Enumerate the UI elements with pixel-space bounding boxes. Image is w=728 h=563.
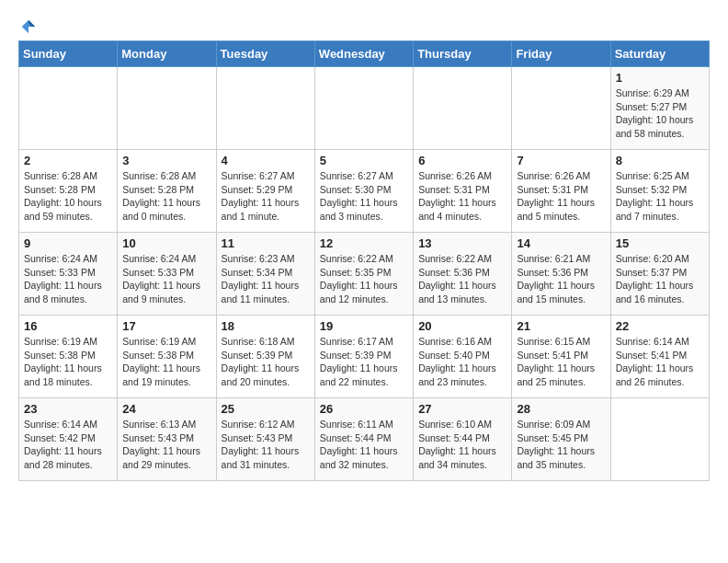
day-number: 22: [616, 319, 704, 333]
day-number: 5: [320, 154, 408, 167]
day-info: Sunrise: 6:27 AM Sunset: 5:29 PM Dayligh…: [222, 169, 310, 224]
day-number: 15: [616, 236, 704, 250]
day-number: 16: [24, 319, 112, 333]
day-cell: [314, 67, 413, 150]
day-number: 21: [517, 319, 605, 333]
day-info: Sunrise: 6:29 AM Sunset: 5:27 PM Dayligh…: [616, 86, 704, 141]
day-info: Sunrise: 6:15 AM Sunset: 5:41 PM Dayligh…: [517, 335, 605, 389]
day-cell: [19, 67, 118, 150]
calendar-table: SundayMondayTuesdayWednesdayThursdayFrid…: [18, 40, 710, 481]
day-info: Sunrise: 6:14 AM Sunset: 5:42 PM Dayligh…: [24, 418, 112, 472]
day-number: 1: [616, 71, 704, 85]
day-number: 25: [222, 402, 310, 416]
day-info: Sunrise: 6:23 AM Sunset: 5:34 PM Dayligh…: [222, 252, 310, 306]
day-cell: 19Sunrise: 6:17 AM Sunset: 5:39 PM Dayli…: [314, 316, 413, 398]
logo-icon: [20, 18, 37, 35]
day-cell: 8Sunrise: 6:25 AM Sunset: 5:32 PM Daylig…: [610, 150, 709, 233]
day-number: 18: [222, 319, 310, 333]
day-info: Sunrise: 6:22 AM Sunset: 5:35 PM Dayligh…: [320, 252, 408, 306]
day-number: 28: [517, 402, 605, 416]
day-cell: 26Sunrise: 6:11 AM Sunset: 5:44 PM Dayli…: [314, 398, 413, 481]
day-cell: 13Sunrise: 6:22 AM Sunset: 5:36 PM Dayli…: [414, 233, 512, 316]
day-cell: [414, 67, 512, 150]
week-row-1: 1Sunrise: 6:29 AM Sunset: 5:27 PM Daylig…: [19, 67, 710, 150]
day-info: Sunrise: 6:16 AM Sunset: 5:40 PM Dayligh…: [418, 335, 506, 389]
day-cell: [118, 67, 216, 150]
day-cell: 11Sunrise: 6:23 AM Sunset: 5:34 PM Dayli…: [216, 233, 314, 316]
calendar-header-row: SundayMondayTuesdayWednesdayThursdayFrid…: [19, 41, 710, 67]
day-cell: 25Sunrise: 6:12 AM Sunset: 5:43 PM Dayli…: [216, 398, 314, 481]
day-info: Sunrise: 6:17 AM Sunset: 5:39 PM Dayligh…: [320, 335, 408, 389]
week-row-4: 16Sunrise: 6:19 AM Sunset: 5:38 PM Dayli…: [19, 316, 710, 398]
day-number: 3: [122, 154, 210, 167]
day-cell: 23Sunrise: 6:14 AM Sunset: 5:42 PM Dayli…: [19, 398, 118, 481]
day-cell: 5Sunrise: 6:27 AM Sunset: 5:30 PM Daylig…: [314, 150, 413, 233]
page-header: [18, 18, 710, 31]
day-cell: 20Sunrise: 6:16 AM Sunset: 5:40 PM Dayli…: [414, 316, 512, 398]
day-cell: [512, 67, 610, 150]
day-cell: 1Sunrise: 6:29 AM Sunset: 5:27 PM Daylig…: [610, 67, 709, 150]
day-info: Sunrise: 6:24 AM Sunset: 5:33 PM Dayligh…: [24, 252, 112, 306]
day-cell: 7Sunrise: 6:26 AM Sunset: 5:31 PM Daylig…: [512, 150, 610, 233]
day-info: Sunrise: 6:18 AM Sunset: 5:39 PM Dayligh…: [222, 335, 310, 389]
day-info: Sunrise: 6:25 AM Sunset: 5:32 PM Dayligh…: [616, 169, 704, 224]
day-number: 13: [418, 236, 506, 250]
day-info: Sunrise: 6:24 AM Sunset: 5:33 PM Dayligh…: [122, 252, 210, 306]
day-cell: 28Sunrise: 6:09 AM Sunset: 5:45 PM Dayli…: [512, 398, 610, 481]
day-info: Sunrise: 6:10 AM Sunset: 5:44 PM Dayligh…: [418, 418, 506, 472]
day-number: 11: [222, 236, 310, 250]
day-info: Sunrise: 6:13 AM Sunset: 5:43 PM Dayligh…: [122, 418, 210, 472]
day-number: 24: [122, 402, 210, 416]
day-cell: 24Sunrise: 6:13 AM Sunset: 5:43 PM Dayli…: [118, 398, 216, 481]
day-number: 4: [222, 154, 310, 167]
day-header-tuesday: Tuesday: [216, 41, 314, 67]
day-cell: 12Sunrise: 6:22 AM Sunset: 5:35 PM Dayli…: [314, 233, 413, 316]
day-cell: [610, 398, 709, 481]
day-info: Sunrise: 6:22 AM Sunset: 5:36 PM Dayligh…: [418, 252, 506, 306]
day-cell: 14Sunrise: 6:21 AM Sunset: 5:36 PM Dayli…: [512, 233, 610, 316]
day-cell: 9Sunrise: 6:24 AM Sunset: 5:33 PM Daylig…: [19, 233, 118, 316]
day-info: Sunrise: 6:11 AM Sunset: 5:44 PM Dayligh…: [320, 418, 408, 472]
day-info: Sunrise: 6:20 AM Sunset: 5:37 PM Dayligh…: [616, 252, 704, 306]
day-number: 7: [517, 154, 605, 167]
day-number: 10: [122, 236, 210, 250]
day-cell: 21Sunrise: 6:15 AM Sunset: 5:41 PM Dayli…: [512, 316, 610, 398]
day-info: Sunrise: 6:19 AM Sunset: 5:38 PM Dayligh…: [122, 335, 210, 389]
day-cell: 22Sunrise: 6:14 AM Sunset: 5:41 PM Dayli…: [610, 316, 709, 398]
day-header-saturday: Saturday: [610, 41, 709, 67]
day-info: Sunrise: 6:27 AM Sunset: 5:30 PM Dayligh…: [320, 169, 408, 224]
day-header-monday: Monday: [118, 41, 216, 67]
day-number: 19: [320, 319, 408, 333]
day-number: 6: [418, 154, 506, 167]
day-number: 8: [616, 154, 704, 167]
week-row-3: 9Sunrise: 6:24 AM Sunset: 5:33 PM Daylig…: [19, 233, 710, 316]
day-info: Sunrise: 6:21 AM Sunset: 5:36 PM Dayligh…: [517, 252, 605, 306]
day-number: 23: [24, 402, 112, 416]
day-number: 17: [122, 319, 210, 333]
day-info: Sunrise: 6:19 AM Sunset: 5:38 PM Dayligh…: [24, 335, 112, 389]
day-number: 9: [24, 236, 112, 250]
day-info: Sunrise: 6:26 AM Sunset: 5:31 PM Dayligh…: [517, 169, 605, 224]
day-cell: 10Sunrise: 6:24 AM Sunset: 5:33 PM Dayli…: [118, 233, 216, 316]
day-cell: 6Sunrise: 6:26 AM Sunset: 5:31 PM Daylig…: [414, 150, 512, 233]
week-row-5: 23Sunrise: 6:14 AM Sunset: 5:42 PM Dayli…: [19, 398, 710, 481]
day-info: Sunrise: 6:28 AM Sunset: 5:28 PM Dayligh…: [24, 169, 112, 224]
day-number: 20: [418, 319, 506, 333]
week-row-2: 2Sunrise: 6:28 AM Sunset: 5:28 PM Daylig…: [19, 150, 710, 233]
day-number: 14: [517, 236, 605, 250]
day-info: Sunrise: 6:26 AM Sunset: 5:31 PM Dayligh…: [418, 169, 506, 224]
day-cell: 4Sunrise: 6:27 AM Sunset: 5:29 PM Daylig…: [216, 150, 314, 233]
day-number: 27: [418, 402, 506, 416]
day-cell: 3Sunrise: 6:28 AM Sunset: 5:28 PM Daylig…: [118, 150, 216, 233]
day-number: 26: [320, 402, 408, 416]
day-number: 2: [24, 154, 112, 167]
day-cell: 17Sunrise: 6:19 AM Sunset: 5:38 PM Dayli…: [118, 316, 216, 398]
day-info: Sunrise: 6:14 AM Sunset: 5:41 PM Dayligh…: [616, 335, 704, 389]
day-info: Sunrise: 6:12 AM Sunset: 5:43 PM Dayligh…: [222, 418, 310, 472]
logo: [18, 18, 37, 31]
day-cell: 18Sunrise: 6:18 AM Sunset: 5:39 PM Dayli…: [216, 316, 314, 398]
day-cell: 2Sunrise: 6:28 AM Sunset: 5:28 PM Daylig…: [19, 150, 118, 233]
day-info: Sunrise: 6:28 AM Sunset: 5:28 PM Dayligh…: [122, 169, 210, 224]
day-header-sunday: Sunday: [19, 41, 118, 67]
day-header-wednesday: Wednesday: [314, 41, 413, 67]
